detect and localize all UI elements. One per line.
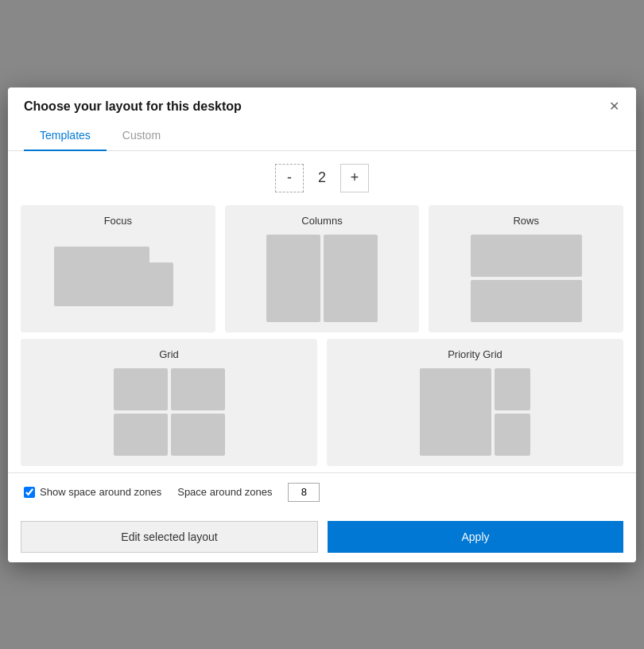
priority-diagram xyxy=(420,368,531,456)
columns-diagram xyxy=(266,235,378,322)
grid-cell-4 xyxy=(171,414,225,456)
priority-main-cell xyxy=(420,368,492,456)
layout-rows-preview xyxy=(438,235,614,323)
decrement-button[interactable]: - xyxy=(275,164,304,192)
layout-columns-label: Columns xyxy=(301,215,342,227)
layout-focus-preview xyxy=(30,235,206,323)
layout-card-rows[interactable]: Rows xyxy=(429,205,623,332)
show-space-checkbox[interactable] xyxy=(24,487,35,498)
apply-button[interactable]: Apply xyxy=(328,521,623,553)
row-rect-1 xyxy=(471,235,582,277)
zone-counter: - 2 + xyxy=(8,151,636,199)
space-around-label: Space around zones xyxy=(177,486,272,498)
col-rect-2 xyxy=(324,235,378,322)
priority-side-cell-2 xyxy=(495,414,530,456)
layout-card-grid[interactable]: Grid xyxy=(21,339,317,466)
action-row: Edit selected layout Apply xyxy=(8,511,636,562)
layout-priority-preview xyxy=(336,368,614,457)
grid-diagram xyxy=(114,368,225,456)
counter-value: 2 xyxy=(310,169,334,186)
layout-grid-bottom: Grid Priority Grid xyxy=(8,339,636,472)
options-row: Show space around zones Space around zon… xyxy=(8,472,636,511)
grid-cell-2 xyxy=(171,368,225,410)
layout-card-focus[interactable]: Focus xyxy=(21,205,215,332)
edit-layout-button[interactable]: Edit selected layout xyxy=(21,521,318,553)
layout-grid-preview xyxy=(30,368,308,457)
space-around-input[interactable] xyxy=(288,483,320,502)
tab-templates[interactable]: Templates xyxy=(24,122,107,151)
show-space-text: Show space around zones xyxy=(40,486,161,498)
layout-columns-preview xyxy=(235,235,410,323)
priority-side-cell-1 xyxy=(495,368,530,410)
grid-cell-1 xyxy=(114,368,168,410)
focus-secondary-rect xyxy=(94,262,173,306)
dialog-title: Choose your layout for this desktop xyxy=(24,99,242,114)
row-rect-2 xyxy=(471,280,582,322)
layout-card-columns[interactable]: Columns xyxy=(225,205,420,332)
tab-bar: Templates Custom xyxy=(8,122,636,151)
layout-grid-top: Focus Columns Rows xyxy=(8,199,636,339)
rows-diagram xyxy=(471,235,582,322)
focus-diagram xyxy=(54,239,181,318)
layout-grid-label: Grid xyxy=(159,348,179,360)
layout-focus-label: Focus xyxy=(104,215,132,227)
col-rect-1 xyxy=(266,235,320,322)
layout-dialog: Choose your layout for this desktop ✕ Te… xyxy=(8,87,636,562)
layout-priority-label: Priority Grid xyxy=(448,348,502,360)
layout-rows-label: Rows xyxy=(513,215,539,227)
layout-card-priority-grid[interactable]: Priority Grid xyxy=(327,339,623,466)
title-bar: Choose your layout for this desktop ✕ xyxy=(8,87,636,122)
close-button[interactable]: ✕ xyxy=(604,97,623,116)
show-space-label[interactable]: Show space around zones xyxy=(24,486,161,498)
increment-button[interactable]: + xyxy=(340,164,369,192)
tab-custom[interactable]: Custom xyxy=(107,122,177,151)
grid-cell-3 xyxy=(114,414,168,456)
